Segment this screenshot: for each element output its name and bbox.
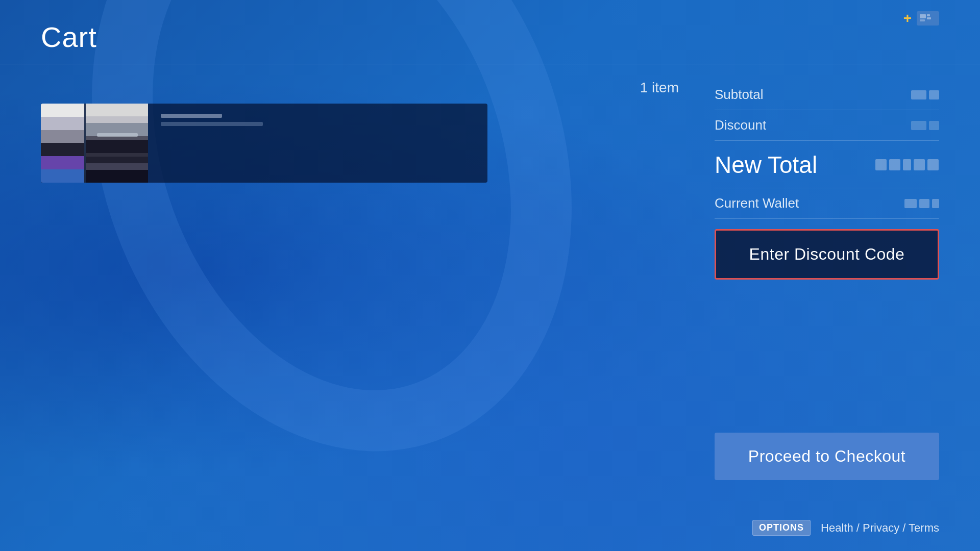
game-thumbnail (41, 104, 148, 183)
total-p2 (889, 159, 900, 170)
user-avatar (917, 11, 939, 26)
total-p5 (927, 159, 939, 170)
new-total-value (875, 159, 939, 171)
total-p4 (914, 159, 925, 170)
wallet-price-2 (919, 199, 929, 208)
page-content: + Cart 1 item (0, 0, 980, 551)
discount-price-1 (911, 121, 926, 130)
svg-rect-3 (920, 19, 925, 21)
page-title: Cart (41, 20, 939, 54)
new-total-label: New Total (715, 151, 817, 179)
discount-value (911, 121, 939, 130)
svg-rect-2 (927, 17, 931, 19)
discount-row: Discount (715, 110, 939, 141)
wallet-value (904, 199, 939, 208)
footer-links: Health / Privacy / Terms (821, 521, 939, 535)
psplus-icon: + (903, 10, 912, 27)
svg-rect-1 (927, 14, 930, 16)
total-p3 (903, 159, 911, 170)
subtotal-row: Subtotal (715, 80, 939, 110)
svg-rect-0 (920, 14, 926, 18)
page-header: Cart (0, 0, 980, 64)
total-p1 (875, 159, 887, 170)
wallet-price-3 (932, 199, 939, 208)
subtotal-label: Subtotal (715, 87, 763, 103)
main-area: 1 item (0, 64, 980, 495)
wallet-price-1 (904, 199, 917, 208)
order-summary: Subtotal Discount New Total (715, 80, 939, 480)
item-count: 1 item (41, 80, 684, 96)
discount-price-2 (929, 121, 939, 130)
cart-item-card (41, 104, 487, 183)
top-right-icons: + (903, 10, 939, 27)
wallet-label: Current Wallet (715, 195, 799, 211)
cart-items-section: 1 item (41, 80, 684, 480)
subtotal-value (911, 90, 939, 99)
footer: OPTIONS Health / Privacy / Terms (752, 520, 939, 536)
new-total-row: New Total (715, 141, 939, 188)
wallet-row: Current Wallet (715, 188, 939, 219)
discount-code-button[interactable]: Enter Discount Code (715, 229, 939, 280)
subtotal-price-2 (929, 90, 939, 99)
subtotal-price-1 (911, 90, 926, 99)
game-subtitle-bar (161, 122, 263, 126)
game-info (148, 104, 276, 183)
options-badge[interactable]: OPTIONS (752, 520, 811, 536)
discount-label: Discount (715, 117, 766, 133)
checkout-button[interactable]: Proceed to Checkout (715, 433, 939, 480)
game-title-bar (161, 114, 222, 118)
